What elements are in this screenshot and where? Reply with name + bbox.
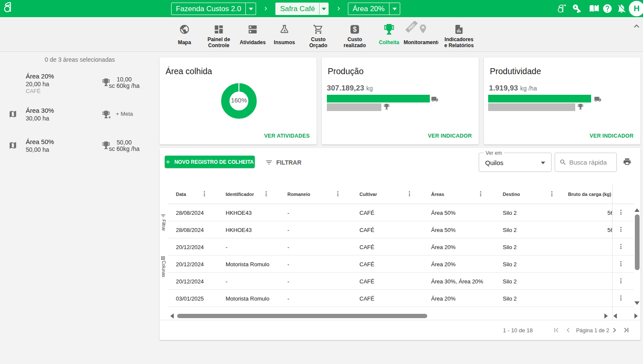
svg-text:$: $	[353, 26, 357, 33]
